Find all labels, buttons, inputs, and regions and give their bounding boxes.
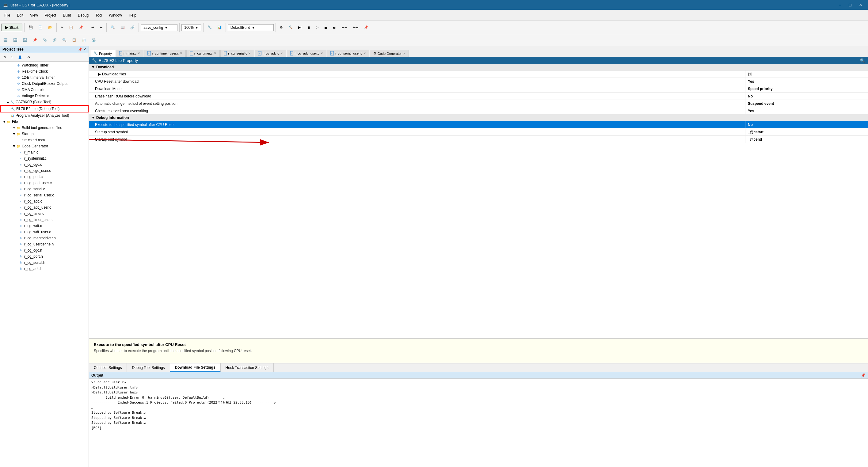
step-over-button[interactable]: ▶|: [296, 24, 304, 31]
tab-rcgtimerc[interactable]: c r_cg_timer.c ✕: [186, 50, 219, 57]
jump-button[interactable]: 🔗: [128, 24, 137, 31]
menu-project[interactable]: Project: [42, 12, 59, 19]
find-button[interactable]: 🔍: [108, 24, 117, 31]
tb2-btn1[interactable]: 🔙: [1, 37, 10, 43]
tab-rcgtimeruserc[interactable]: c r_cg_timer_user.c ✕: [144, 50, 186, 57]
section-download[interactable]: ▼ Download: [89, 64, 868, 70]
tree-item-clock[interactable]: ⚙ Clock Output/Buzzer Output: [0, 81, 89, 87]
rebuild-button[interactable]: ⏸: [305, 25, 313, 31]
tree-item-rcgmacrodriverh[interactable]: h r_cg_macrodriver.h: [0, 235, 89, 241]
cut-button[interactable]: ✂: [59, 24, 66, 31]
save-config-dropdown[interactable]: save_config ▼: [141, 24, 178, 31]
tree-item-rmainc[interactable]: c r_main.c: [0, 149, 89, 155]
sidebar-pin-button[interactable]: 📌: [78, 48, 82, 52]
tree-item-rcgportuserc[interactable]: c r_cg_port_user.c: [0, 180, 89, 186]
bottom-tab-connect[interactable]: Connect Settings: [89, 364, 127, 372]
tree-item-rcgwdtuserc[interactable]: c r_cg_wdt_user.c: [0, 229, 89, 235]
bottom-tab-hooktransaction[interactable]: Hook Transaction Settings: [221, 364, 274, 372]
tree-item-buildtoolfiles[interactable]: + 📁 Build tool generated files: [0, 125, 89, 131]
menu-build[interactable]: Build: [60, 12, 74, 19]
menu-window[interactable]: Window: [106, 12, 125, 19]
tab-property[interactable]: 🔧 Property: [90, 50, 115, 57]
tab-rcgserialc-close[interactable]: ✕: [248, 52, 251, 55]
toggle-file[interactable]: ▼: [2, 120, 6, 124]
tree-item-rcgtimeruserc[interactable]: c r_cg_timer_user.c: [0, 217, 89, 223]
step-button[interactable]: 📌: [362, 24, 370, 31]
section-debuginfo[interactable]: ▼ Debug Information: [89, 115, 868, 121]
tab-rcgadcuserc-close[interactable]: ✕: [320, 52, 323, 55]
tb2-btn2[interactable]: 🔛: [11, 37, 20, 43]
redo-button[interactable]: ↪: [97, 24, 104, 31]
zoom-dropdown[interactable]: 100% ▼: [181, 24, 202, 31]
build-config-dropdown[interactable]: DefaultBuild ▼: [228, 24, 274, 31]
tree-item-rcgcgch[interactable]: h r_cg_cgc.h: [0, 247, 89, 253]
property-search-icon[interactable]: 🔍: [860, 58, 865, 63]
copy-button[interactable]: 📋: [67, 24, 75, 31]
step-out-button[interactable]: ↪↪: [351, 24, 361, 31]
tree-item-dma[interactable]: ⚙ DMA Controller: [0, 87, 89, 93]
tb2-btn4[interactable]: 📌: [31, 37, 39, 43]
tab-rcgadcc-close[interactable]: ✕: [280, 52, 283, 55]
tree-item-codegen[interactable]: ▼ 📁 Code Generator: [0, 143, 89, 149]
tab-rmainc-close[interactable]: ✕: [137, 52, 140, 55]
sb-extra-btn[interactable]: ⚙: [25, 54, 32, 60]
open-button[interactable]: 📂: [46, 24, 55, 31]
debug-run-button[interactable]: ▷: [314, 24, 320, 31]
tab-rcgadcuserc[interactable]: c r_cg_adc_user.c ✕: [287, 50, 327, 57]
tree-item-rcgadcuserc[interactable]: c r_cg_adc_user.c: [0, 205, 89, 211]
menu-view[interactable]: View: [27, 12, 41, 19]
tree-item-rcgseriuserc[interactable]: c r_cg_serial_user.c: [0, 192, 89, 198]
tb2-btn9[interactable]: 📊: [80, 37, 88, 43]
tb2-btn6[interactable]: 🔗: [50, 37, 59, 43]
toggle-ca78k0r[interactable]: ▲: [6, 100, 10, 104]
sb-sync-btn[interactable]: ↻: [1, 54, 8, 60]
tab-rcgseriuserc[interactable]: c r_cg_serial_user.c ✕: [327, 50, 369, 57]
tree-item-rcgwdtc[interactable]: c r_cg_wdt.c: [0, 223, 89, 229]
sb-user-btn[interactable]: 👤: [16, 54, 24, 60]
bottom-tab-downloadfile[interactable]: Download File Settings: [170, 364, 221, 372]
tab-rcgtimeruserc-close[interactable]: ✕: [180, 52, 182, 55]
tree-item-ca78k0r[interactable]: ▲ 🔧 CA78K0R (Build Tool): [0, 99, 89, 105]
tab-rcgtimerc-close[interactable]: ✕: [214, 52, 216, 55]
debug-btn2[interactable]: 📊: [215, 24, 224, 31]
expand-downloadfiles[interactable]: ▶: [98, 72, 101, 76]
sb-info-btn[interactable]: ℹ: [9, 54, 15, 60]
new-button[interactable]: 📄: [36, 24, 45, 31]
output-pin-icon[interactable]: 📌: [861, 373, 866, 377]
tree-item-voltage[interactable]: ⚙ Voltage Detector: [0, 93, 89, 99]
paste-button[interactable]: 📌: [76, 24, 85, 31]
reset-button[interactable]: ⏭: [331, 25, 338, 31]
tree-item-rcgcgcc[interactable]: c r_cg_cgc.c: [0, 161, 89, 167]
step-in-button[interactable]: ↩↩: [340, 24, 349, 31]
tree-item-rsysteminitc[interactable]: c r_systeminit.c: [0, 155, 89, 161]
sidebar-close-button[interactable]: ✕: [83, 48, 86, 52]
toggle-buildtoolfiles[interactable]: +: [12, 126, 16, 130]
debug-btn1[interactable]: 🔧: [205, 24, 214, 31]
toggle-startup[interactable]: ▼: [12, 132, 16, 136]
tab-rcgseriuserc-close[interactable]: ✕: [364, 52, 366, 55]
tree-item-cstartasm[interactable]: asm cstart.asm: [0, 137, 89, 143]
tree-item-rcgporth[interactable]: h r_cg_port.h: [0, 253, 89, 259]
tree-item-startup[interactable]: ▼ 📁 Startup: [0, 131, 89, 137]
tree-item-file[interactable]: ▼ 📁 File: [0, 119, 89, 125]
undo-button[interactable]: ↩: [89, 24, 96, 31]
tb2-btn7[interactable]: 🔍: [60, 37, 69, 43]
tree-item-rcgadch[interactable]: h r_cg_adc.h: [0, 266, 89, 272]
debug-stop-button[interactable]: ⏹: [322, 25, 330, 31]
tree-item-rcgcgcuserc[interactable]: c r_cg_cgc_user.c: [0, 167, 89, 174]
bottom-tab-debugtool[interactable]: Debug Tool Settings: [127, 364, 170, 372]
tree-item-rcgadcc[interactable]: c r_cg_adc.c: [0, 198, 89, 205]
toggle-codegen[interactable]: ▼: [12, 144, 16, 148]
tree-item-rtc[interactable]: ⚙ Real-time Clock: [0, 68, 89, 74]
tree-item-interval[interactable]: ⚙ 12-Bit Interval Timer: [0, 74, 89, 81]
menu-tool[interactable]: Tool: [92, 12, 105, 19]
save-button[interactable]: 💾: [26, 24, 35, 31]
stop-button[interactable]: 🔨: [286, 24, 295, 31]
tb2-btn3[interactable]: 🔜: [21, 37, 29, 43]
close-button[interactable]: ✕: [856, 2, 865, 8]
tree-item-programanalyzer[interactable]: 📊 Program Analyzer (Analyze Tool): [0, 113, 89, 119]
tree-item-rcgserialc[interactable]: c r_cg_serial.c: [0, 186, 89, 192]
tb2-btn10[interactable]: 📡: [90, 37, 98, 43]
menu-edit[interactable]: Edit: [14, 12, 26, 19]
menu-file[interactable]: File: [1, 12, 13, 19]
